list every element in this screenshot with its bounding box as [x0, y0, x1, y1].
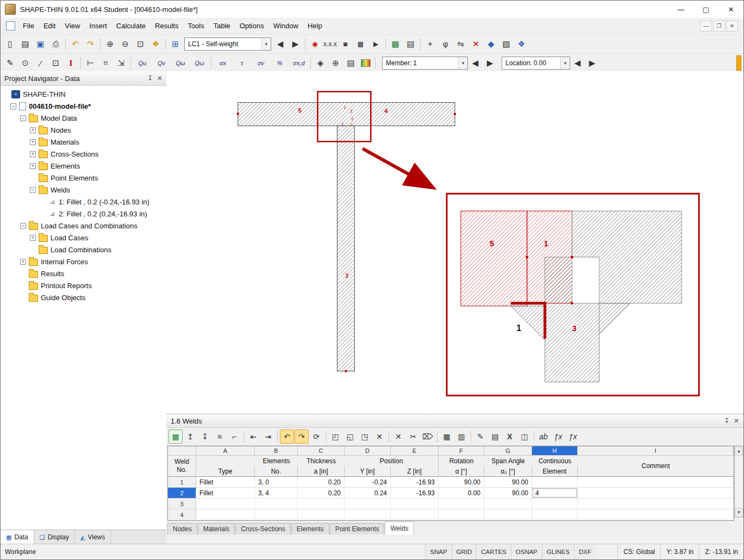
scroll-down-icon[interactable]: ▼ [735, 508, 743, 517]
table-tab-nodes[interactable]: Nodes [167, 523, 197, 534]
tree-expander-icon[interactable]: − [20, 223, 26, 229]
delete-all-icon[interactable]: ⌦ [421, 430, 435, 444]
open-icon[interactable]: ▤ [18, 36, 33, 51]
cell-type[interactable] [196, 499, 255, 509]
formula-icon[interactable]: ƒx [551, 430, 565, 444]
cell-span-angle[interactable]: 90.00 [484, 477, 532, 487]
save-icon[interactable]: ▣ [33, 36, 48, 51]
close-panel-icon[interactable]: ✕ [157, 74, 162, 82]
cell-span-angle[interactable] [484, 499, 532, 509]
zoom-window-icon[interactable]: ⊡ [133, 36, 148, 51]
tree-item-point-elements[interactable]: Point Elements [1, 172, 166, 184]
align-icon[interactable]: ⊢ [83, 56, 98, 71]
edit-icon[interactable]: ✎ [3, 56, 17, 71]
cell-elements[interactable]: 3, 4 [255, 488, 298, 498]
measure-icon[interactable]: ⌗ [98, 56, 113, 71]
previous-member-icon[interactable]: ◀ [468, 56, 483, 71]
show-results-icon[interactable]: ◉ [308, 36, 322, 51]
column-letter-A[interactable]: A [196, 446, 255, 455]
menu-table[interactable]: Table [209, 20, 235, 32]
notes-icon[interactable]: ▤ [488, 430, 502, 444]
column-letter-D[interactable]: D [345, 446, 391, 455]
tree-item-model-data[interactable]: −Model Data [1, 112, 166, 124]
sigma-x-icon[interactable]: σx [214, 56, 232, 71]
row-number[interactable]: 1 [168, 477, 196, 487]
load-case-select[interactable]: LC1 - Self-weight ▾ [184, 38, 271, 51]
cell-elements[interactable] [255, 499, 298, 509]
cell-rotation[interactable]: 0.00 [439, 488, 484, 498]
cancel-icon[interactable]: ✕ [372, 430, 386, 444]
tree-expander-icon[interactable]: + [30, 139, 36, 145]
tree-item-cross-sections[interactable]: +Cross-Sections [1, 148, 166, 160]
image-icon[interactable]: ▧ [499, 36, 514, 51]
close-panel-icon[interactable]: ✕ [734, 417, 739, 425]
cell-position-z[interactable] [391, 509, 439, 520]
tree-expander-icon[interactable]: − [30, 187, 36, 193]
toolbar-handle[interactable] [736, 55, 741, 71]
close-button[interactable]: ✕ [718, 1, 743, 18]
cell-continuous-element[interactable] [532, 509, 578, 520]
navigator-tab-display[interactable]: ❑Display [34, 530, 75, 544]
row-number[interactable]: 2 [168, 488, 196, 498]
tree-expander-icon[interactable]: + [30, 235, 36, 241]
center-icon[interactable]: ⊕ [328, 56, 343, 71]
tree-expander-icon[interactable]: + [20, 259, 26, 265]
toggle-dxf[interactable]: DXF [574, 544, 596, 559]
shear-qomega-icon[interactable]: Qω [171, 56, 190, 71]
member-select[interactable]: Member: 1 ▾ [382, 57, 468, 70]
photo-icon[interactable]: ◙ [338, 36, 353, 51]
pin-icon[interactable]: ↧ [724, 417, 729, 425]
insert-point-icon[interactable]: ⊡ [48, 56, 63, 71]
cell-position-y[interactable] [345, 499, 391, 509]
scroll-up-icon[interactable]: ▲ [735, 446, 743, 456]
minimize-button[interactable]: — [668, 1, 693, 18]
zoom-out-icon[interactable]: ⊖ [118, 36, 133, 51]
tree-item-printout-reports[interactable]: Printout Reports [1, 279, 166, 291]
menu-tools[interactable]: Tools [183, 20, 208, 32]
snap-icon[interactable]: ⌖ [423, 36, 437, 51]
next-location-icon[interactable]: ▶ [585, 56, 599, 71]
maximize-button[interactable]: ▢ [693, 1, 718, 18]
sigma-v-icon[interactable]: σv [252, 56, 270, 71]
cell-position-y[interactable]: -0.24 [345, 477, 391, 487]
column-letter-H[interactable]: H [532, 446, 578, 455]
table-fill-icon[interactable]: ▦ [440, 430, 454, 444]
mdi-restore-button[interactable]: ❐ [713, 21, 725, 32]
tau-icon[interactable]: τ [233, 56, 251, 71]
cell-elements[interactable] [255, 509, 298, 520]
table-tab-materials[interactable]: Materials [198, 523, 235, 534]
mdi-close-button[interactable]: ✕ [726, 21, 738, 32]
table-settings-icon[interactable]: ▦ [168, 430, 183, 444]
edit-cell-icon[interactable]: ✎ [473, 430, 487, 444]
tree-expander-icon[interactable]: + [30, 163, 36, 169]
cell-position-y[interactable]: 0.24 [345, 488, 391, 498]
cell-thickness[interactable]: 0.20 [298, 488, 345, 498]
cell-thickness[interactable] [298, 509, 345, 520]
navigator-tab-views[interactable]: ◭Views [75, 530, 111, 544]
cell-position-z[interactable]: -16.93 [391, 477, 439, 487]
navigator-tab-data[interactable]: ▦Data [1, 530, 34, 544]
print-icon[interactable]: ⎙ [48, 36, 63, 51]
redo-icon[interactable]: ↷ [295, 430, 309, 444]
tree-item-shape-thin[interactable]: ≡SHAPE-THIN [1, 88, 166, 100]
toggle-osnap[interactable]: OSNAP [511, 544, 542, 559]
cell-type[interactable] [196, 509, 255, 520]
tree-item-elements[interactable]: +Elements [1, 160, 166, 172]
render-icon[interactable]: ▩ [353, 36, 368, 51]
tree-item-weld-2[interactable]: ⊿2: Fillet , 0.2 (0.24,-16.93 in) [1, 208, 166, 220]
tree-item-materials[interactable]: +Materials [1, 136, 166, 148]
shear-qu-icon[interactable]: Qu [133, 56, 152, 71]
fit-icon[interactable]: ⇲ [114, 56, 128, 71]
cell-continuous-element[interactable]: 4 [532, 488, 578, 498]
chevron-down-icon[interactable]: ▾ [458, 57, 467, 69]
table-tab-welds[interactable]: Welds [385, 521, 414, 534]
cell-thickness[interactable]: 0.20 [298, 477, 345, 487]
cell-type[interactable]: Fillet [196, 477, 255, 487]
formula-clear-icon[interactable]: ƒx [566, 430, 580, 444]
report-icon[interactable]: ▤ [343, 56, 358, 71]
shear-qomega2-icon[interactable]: Qω [190, 56, 209, 71]
move-last-icon[interactable]: ⇥ [261, 430, 275, 444]
next-load-case-icon[interactable]: ▶ [288, 36, 303, 51]
row-number[interactable]: 3 [168, 499, 196, 509]
tree-item-welds[interactable]: −Welds [1, 184, 166, 196]
